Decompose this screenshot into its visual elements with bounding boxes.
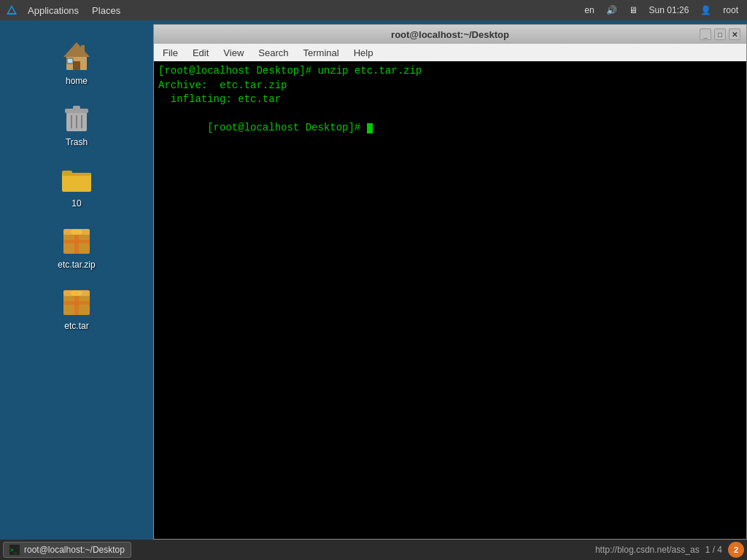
desktop-icon-trash[interactable]: Trash	[40, 96, 113, 150]
svg-point-25	[71, 290, 82, 296]
svg-rect-4	[73, 61, 80, 70]
taskbar-item-label: root@localhost:~/Desktop	[24, 545, 125, 555]
terminal-cursor	[367, 123, 373, 133]
home-icon	[59, 38, 94, 73]
desktop-icon-etctar[interactable]: etc.tar	[40, 280, 113, 334]
terminal-window: root@localhost:~/Desktop _ □ ✕ File Edit…	[153, 24, 747, 540]
svg-rect-5	[81, 45, 85, 52]
taskbar-left: >_ root@localhost:~/Desktop	[3, 542, 131, 558]
terminal-titlebar-controls: _ □ ✕	[700, 28, 740, 40]
svg-rect-19	[63, 240, 90, 244]
user-label: root	[720, 5, 741, 15]
archive-zip-icon	[59, 222, 94, 257]
terminal-line-2: Archive: etc.tar.zip	[158, 79, 742, 93]
taskbar-terminal-icon: >_	[9, 545, 20, 555]
etctar-icon-label: etc.tar	[64, 321, 88, 331]
etctarzip-icon-label: etc.tar.zip	[58, 260, 95, 270]
top-panel-left: Applications Places	[6, 4, 126, 18]
taskbar-terminal-item[interactable]: >_ root@localhost:~/Desktop	[3, 542, 131, 558]
minimize-button[interactable]: _	[700, 28, 711, 40]
menu-file[interactable]: File	[157, 46, 184, 60]
page-number-badge[interactable]: 2	[728, 542, 744, 558]
page-indicator-text: 1 / 4	[705, 545, 722, 555]
home-icon-label: home	[66, 76, 88, 86]
display-icon[interactable]: 🖥	[626, 5, 640, 15]
terminal-titlebar: root@localhost:~/Desktop _ □ ✕	[154, 25, 746, 44]
menu-search[interactable]: Search	[252, 46, 294, 60]
svg-rect-24	[63, 301, 90, 305]
archive-tar-icon	[59, 283, 94, 318]
terminal-line-4: [root@localhost Desktop]#	[158, 107, 742, 150]
desktop-icon-etctarzip[interactable]: etc.tar.zip	[40, 219, 113, 273]
top-panel-right: en 🔊 🖥 Sun 01:26 👤 root	[581, 5, 741, 15]
maximize-button[interactable]: □	[714, 28, 726, 40]
folder-icon	[59, 160, 94, 195]
desktop-icons: home Trash	[0, 20, 153, 540]
menu-terminal[interactable]: Terminal	[298, 46, 345, 60]
svg-point-20	[71, 229, 82, 235]
svg-marker-3	[63, 42, 90, 57]
menu-help[interactable]: Help	[348, 46, 379, 60]
desktop: home Trash	[0, 20, 747, 540]
svg-rect-15	[62, 173, 91, 176]
language-indicator[interactable]: en	[581, 5, 597, 15]
desktop-icon-folder10[interactable]: 10	[40, 158, 113, 211]
terminal-line-1: [root@localhost Desktop]# unzip etc.tar.…	[158, 64, 742, 79]
desktop-icon-home[interactable]: home	[40, 35, 113, 89]
volume-icon[interactable]: 🔊	[603, 5, 620, 15]
datetime-label: Sun 01:26	[646, 5, 692, 15]
terminal-line-3: inflating: etc.tar	[158, 93, 742, 107]
taskbar-right: http://blog.csdn.net/ass_as 1 / 4 2	[595, 542, 744, 558]
trash-icon	[59, 99, 94, 134]
top-panel: Applications Places en 🔊 🖥 Sun 01:26 👤 r…	[0, 0, 747, 20]
trash-icon-label: Trash	[66, 137, 88, 147]
folder10-icon-label: 10	[71, 198, 81, 209]
terminal-title: root@localhost:~/Desktop	[391, 29, 509, 40]
menu-view[interactable]: View	[217, 46, 249, 60]
arch-logo-icon	[6, 4, 18, 16]
places-menu[interactable]: Places	[86, 4, 126, 18]
terminal-menubar: File Edit View Search Terminal Help	[154, 44, 746, 61]
applications-menu[interactable]: Applications	[22, 4, 85, 18]
menu-edit[interactable]: Edit	[187, 46, 214, 60]
svg-rect-12	[73, 106, 80, 109]
bottom-taskbar: >_ root@localhost:~/Desktop http://blog.…	[0, 540, 747, 560]
close-button[interactable]: ✕	[729, 28, 740, 40]
url-hint: http://blog.csdn.net/ass_as	[595, 545, 700, 555]
terminal-body[interactable]: [root@localhost Desktop]# unzip etc.tar.…	[154, 61, 746, 539]
svg-text:>_: >_	[10, 547, 18, 553]
user-icon[interactable]: 👤	[697, 5, 714, 15]
svg-rect-6	[67, 58, 73, 63]
